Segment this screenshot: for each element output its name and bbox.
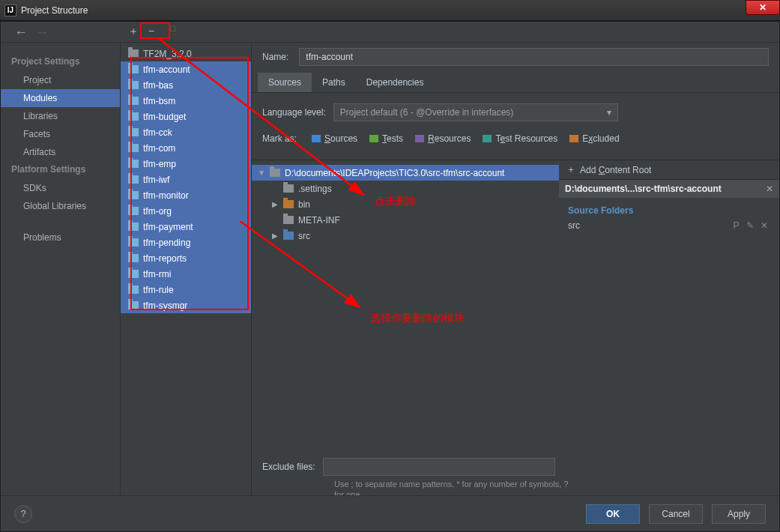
tab-paths[interactable]: Paths bbox=[312, 73, 356, 92]
folder-icon bbox=[128, 191, 139, 199]
folder-icon bbox=[128, 301, 139, 309]
module-item-label: tfm-iwf bbox=[143, 175, 169, 185]
module-item-label: tfm-sysmgr bbox=[143, 300, 187, 311]
module-item-tfm-bas[interactable]: tfm-bas bbox=[121, 77, 251, 93]
caret-down-icon: ▼ bbox=[258, 169, 265, 177]
module-item-tfm-iwf[interactable]: tfm-iwf bbox=[121, 172, 251, 187]
sidebar-item-global-libraries[interactable]: Global Libraries bbox=[1, 197, 120, 215]
add-content-root-button[interactable]: ＋ Add Content Root bbox=[559, 160, 779, 180]
caret-icon: ▶ bbox=[271, 200, 279, 208]
sidebar-heading-platform: Platform Settings bbox=[1, 161, 120, 179]
folder-icon bbox=[128, 112, 139, 121]
content-root-path-text: D:\documents\IDEAProjects\TIC3.0\src-tfm… bbox=[285, 168, 504, 178]
modules-tree: TF2M_3.2.0 tfm-accounttfm-bastfm-bsmtfm-… bbox=[121, 43, 252, 495]
copy-module-button[interactable]: ☐ bbox=[169, 25, 176, 33]
module-item-tfm-account[interactable]: tfm-account bbox=[121, 61, 251, 77]
folder-icon bbox=[128, 270, 139, 278]
sidebar-item-sdks[interactable]: SDKs bbox=[1, 179, 120, 197]
tree-item-label: src bbox=[298, 231, 310, 241]
module-item-tfm-sysmgr[interactable]: tfm-sysmgr bbox=[121, 297, 251, 313]
module-item-tfm-cck[interactable]: tfm-cck bbox=[121, 124, 251, 140]
module-item-label: tfm-rmi bbox=[143, 269, 171, 279]
module-item-tfm-monitor[interactable]: tfm-monitor bbox=[121, 187, 251, 203]
module-item-label: tfm-rule bbox=[143, 285, 174, 295]
folder-icon bbox=[128, 128, 139, 136]
module-root[interactable]: TF2M_3.2.0 bbox=[121, 46, 251, 61]
sidebar-heading-project: Project Settings bbox=[1, 53, 120, 71]
module-item-tfm-rmi[interactable]: tfm-rmi bbox=[121, 266, 251, 282]
name-label: Name: bbox=[262, 52, 288, 62]
module-item-tfm-pending[interactable]: tfm-pending bbox=[121, 235, 251, 250]
mark-resources[interactable]: Resources bbox=[415, 133, 471, 144]
folder-icon bbox=[270, 169, 280, 177]
exclude-files-input[interactable] bbox=[323, 458, 555, 476]
module-item-label: tfm-payment bbox=[143, 222, 193, 232]
mark-sources[interactable]: Sources bbox=[312, 133, 357, 144]
sidebar-item-facets[interactable]: Facets bbox=[1, 125, 120, 143]
sidebar-item-problems[interactable]: Problems bbox=[1, 229, 120, 247]
content-root-header: D:\documents\...\src-tfm\src-account ✕ bbox=[559, 180, 779, 198]
source-folders-heading: Source Folders bbox=[559, 198, 779, 219]
settings-sidebar: Project Settings ProjectModulesLibraries… bbox=[1, 43, 121, 495]
module-item-tfm-budget[interactable]: tfm-budget bbox=[121, 109, 251, 124]
add-module-button[interactable]: ＋ bbox=[128, 25, 139, 38]
content-root-side: ＋ Add Content Root D:\documents\...\src-… bbox=[559, 160, 779, 443]
annotation-text-1: 点击删除 bbox=[375, 195, 417, 208]
tree-item-label: bin bbox=[298, 199, 310, 210]
tab-dependencies[interactable]: Dependencies bbox=[356, 73, 435, 92]
language-level-value: Project default (6 - @Override in interf… bbox=[340, 107, 514, 118]
module-item-label: tfm-monitor bbox=[143, 190, 189, 201]
remove-content-root-button[interactable]: ✕ bbox=[766, 184, 773, 194]
module-item-label: tfm-org bbox=[143, 206, 172, 217]
module-item-tfm-rule[interactable]: tfm-rule bbox=[121, 282, 251, 297]
tab-sources[interactable]: Sources bbox=[258, 73, 312, 92]
sidebar-item-artifacts[interactable]: Artifacts bbox=[1, 143, 120, 161]
language-level-select[interactable]: Project default (6 - @Override in interf… bbox=[333, 103, 618, 121]
caret-icon: ▶ bbox=[271, 232, 279, 240]
tree-item-label: .settings bbox=[298, 184, 332, 194]
folder-icon bbox=[128, 254, 139, 262]
mark-as-label: Mark as: bbox=[262, 133, 297, 144]
mark-test-resources[interactable]: Test Resources bbox=[483, 133, 557, 144]
tree-item-src[interactable]: ▶src bbox=[252, 228, 559, 244]
module-item-tfm-reports[interactable]: tfm-reports bbox=[121, 250, 251, 266]
mark-tests[interactable]: Tests bbox=[369, 133, 403, 144]
chevron-down-icon: ▾ bbox=[607, 107, 611, 118]
module-item-tfm-org[interactable]: tfm-org bbox=[121, 203, 251, 219]
window-close-button[interactable]: ✕ bbox=[746, 0, 780, 15]
module-item-tfm-emp[interactable]: tfm-emp bbox=[121, 156, 251, 172]
folder-icon bbox=[283, 184, 294, 193]
nav-forward-button[interactable]: → bbox=[35, 25, 49, 40]
remove-module-button[interactable]: − bbox=[148, 25, 154, 37]
source-folder-actions[interactable]: P ✎ ✕ bbox=[734, 220, 770, 231]
source-folder-src[interactable]: srcP ✎ ✕ bbox=[559, 219, 779, 232]
module-detail-panel: Name: SourcesPathsDependencies Language … bbox=[252, 43, 779, 495]
help-button[interactable]: ? bbox=[14, 505, 32, 523]
sidebar-item-modules[interactable]: Modules bbox=[1, 89, 120, 107]
cancel-button[interactable]: Cancel bbox=[649, 504, 703, 524]
module-item-tfm-com[interactable]: tfm-com bbox=[121, 140, 251, 156]
content-root-path[interactable]: ▼ D:\documents\IDEAProjects\TIC3.0\src-t… bbox=[252, 165, 559, 181]
module-name-input[interactable] bbox=[299, 48, 769, 66]
dialog-button-bar: ? OK Cancel Apply bbox=[1, 495, 779, 531]
module-item-label: tfm-pending bbox=[143, 238, 190, 248]
mark-excluded[interactable]: Excluded bbox=[569, 133, 619, 144]
annotation-text-2: 选择你要删除的模块 bbox=[370, 312, 465, 325]
tree-item-settings[interactable]: .settings bbox=[252, 181, 559, 196]
module-item-tfm-payment[interactable]: tfm-payment bbox=[121, 219, 251, 235]
module-root-label: TF2M_3.2.0 bbox=[143, 49, 192, 59]
ok-button[interactable]: OK bbox=[586, 504, 640, 524]
tree-item-label: META-INF bbox=[298, 215, 340, 226]
apply-button[interactable]: Apply bbox=[712, 504, 766, 524]
module-item-label: tfm-emp bbox=[143, 159, 176, 169]
plus-icon: ＋ bbox=[566, 163, 575, 176]
module-item-tfm-bsm[interactable]: tfm-bsm bbox=[121, 93, 251, 109]
folder-icon bbox=[128, 97, 139, 105]
sidebar-item-project[interactable]: Project bbox=[1, 71, 120, 89]
sidebar-item-libraries[interactable]: Libraries bbox=[1, 107, 120, 125]
module-item-label: tfm-account bbox=[143, 64, 190, 75]
folder-icon bbox=[128, 144, 139, 152]
tree-item-META-INF[interactable]: META-INF bbox=[252, 212, 559, 228]
folder-icon bbox=[128, 160, 139, 168]
nav-back-button[interactable]: ← bbox=[14, 25, 28, 40]
